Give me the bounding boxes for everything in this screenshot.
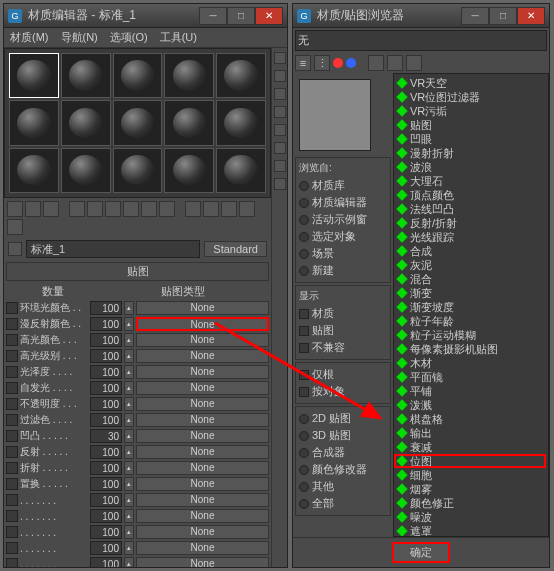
spinner-buttons[interactable]: ▴ [124,461,134,475]
strip-icon[interactable] [274,124,286,136]
map-slot-button[interactable]: None [136,493,269,507]
map-slot-button[interactable]: None [136,365,269,379]
map-enable-checkbox[interactable] [6,510,18,522]
map-enable-checkbox[interactable] [6,382,18,394]
spinner-buttons[interactable]: ▴ [124,317,134,331]
filter-dot-icon[interactable] [333,58,343,68]
tool-icon[interactable] [239,201,255,217]
map-enable-checkbox[interactable] [6,302,18,314]
tree-item[interactable]: 渐变 [396,286,546,300]
titlebar[interactable]: G 材质编辑器 - 标准_1 ─ □ ✕ [4,4,287,28]
map-enable-checkbox[interactable] [6,478,18,490]
sample-slot[interactable] [216,53,266,98]
map-enable-checkbox[interactable] [6,430,18,442]
map-amount-spinner[interactable]: 100 [90,365,122,379]
sample-slot[interactable] [113,148,163,193]
map-slot-button[interactable]: None [136,333,269,347]
map-slot-button[interactable]: None [136,413,269,427]
view-icon[interactable] [368,55,384,71]
map-tree[interactable]: VR天空VR位图过滤器VR污垢贴图凹眼漫射折射波浪大理石顶点颜色法线凹凸反射/折… [393,73,549,537]
tool-icon[interactable] [7,201,23,217]
tool-icon[interactable] [25,201,41,217]
strip-icon[interactable] [274,88,286,100]
spinner-buttons[interactable]: ▴ [124,429,134,443]
tree-item[interactable]: VR天空 [396,76,546,90]
strip-icon[interactable] [274,70,286,82]
spinner-buttons[interactable]: ▴ [124,445,134,459]
sample-slot[interactable] [164,53,214,98]
tool-icon[interactable] [141,201,157,217]
tree-item[interactable]: VR污垢 [396,104,546,118]
option[interactable]: 不兼容 [299,339,387,356]
tool-icon[interactable] [159,201,175,217]
map-enable-checkbox[interactable] [6,494,18,506]
map-enable-checkbox[interactable] [6,462,18,474]
menu-options[interactable]: 选项(O) [110,30,148,45]
sample-slot[interactable] [61,53,111,98]
sample-slot[interactable] [9,53,59,98]
tree-item[interactable]: VR位图过滤器 [396,90,546,104]
menu-nav[interactable]: 导航(N) [61,30,98,45]
sample-slot[interactable] [61,148,111,193]
map-enable-checkbox[interactable] [6,318,18,330]
option[interactable]: 全部 [299,495,387,512]
view-icon[interactable] [387,55,403,71]
strip-icon[interactable] [274,160,286,172]
close-button[interactable]: ✕ [255,7,283,25]
map-enable-checkbox[interactable] [6,446,18,458]
maximize-button[interactable]: □ [489,7,517,25]
map-enable-checkbox[interactable] [6,398,18,410]
map-slot-button[interactable]: None [136,349,269,363]
tree-item[interactable]: 漫射折射 [396,146,546,160]
tool-icon[interactable] [185,201,201,217]
spinner-buttons[interactable]: ▴ [124,541,134,555]
tree-item[interactable]: 衰减 [396,440,546,454]
tree-item[interactable]: 输出 [396,426,546,440]
tree-item[interactable]: 烟雾 [396,482,546,496]
tool-icon[interactable] [105,201,121,217]
minimize-button[interactable]: ─ [199,7,227,25]
map-amount-spinner[interactable]: 100 [90,493,122,507]
spinner-buttons[interactable]: ▴ [124,557,134,567]
tree-item[interactable]: 平铺 [396,384,546,398]
option[interactable]: 其他 [299,478,387,495]
tree-item[interactable]: 顶点颜色 [396,188,546,202]
tree-item[interactable]: 平面镜 [396,370,546,384]
map-slot-button[interactable]: None [136,461,269,475]
tree-item[interactable]: 合成 [396,244,546,258]
sample-slot[interactable] [113,53,163,98]
tree-item[interactable]: 遮罩 [396,524,546,537]
map-amount-spinner[interactable]: 100 [90,397,122,411]
map-amount-spinner[interactable]: 100 [90,541,122,555]
tree-item[interactable]: 混合 [396,272,546,286]
option[interactable]: 材质编辑器 [299,194,387,211]
sample-slot[interactable] [164,100,214,145]
tree-item[interactable]: 贴图 [396,118,546,132]
sample-slot[interactable] [164,148,214,193]
option[interactable]: 材质库 [299,177,387,194]
map-slot-button[interactable]: None [136,429,269,443]
tree-item[interactable]: 棋盘格 [396,412,546,426]
map-slot-button[interactable]: None [136,317,269,331]
tree-item[interactable]: 光线跟踪 [396,230,546,244]
sample-slot[interactable] [9,148,59,193]
strip-icon[interactable] [274,142,286,154]
map-slot-button[interactable]: None [136,477,269,491]
map-enable-checkbox[interactable] [6,350,18,362]
sample-slot[interactable] [216,148,266,193]
map-enable-checkbox[interactable] [6,366,18,378]
tool-icon[interactable] [221,201,237,217]
tool-icon[interactable] [7,219,23,235]
tree-item[interactable]: 反射/折射 [396,216,546,230]
shader-button[interactable]: Standard [204,241,267,257]
spinner-buttons[interactable]: ▴ [124,381,134,395]
map-amount-spinner[interactable]: 100 [90,333,122,347]
strip-icon[interactable] [274,106,286,118]
view-icon[interactable] [406,55,422,71]
material-name-input[interactable] [26,240,200,258]
map-slot-button[interactable]: None [136,301,269,315]
tree-item[interactable]: 泼溅 [396,398,546,412]
ok-button[interactable]: 确定 [392,542,450,563]
option[interactable]: 材质 [299,305,387,322]
rollup-maps[interactable]: 贴图 [6,262,269,281]
